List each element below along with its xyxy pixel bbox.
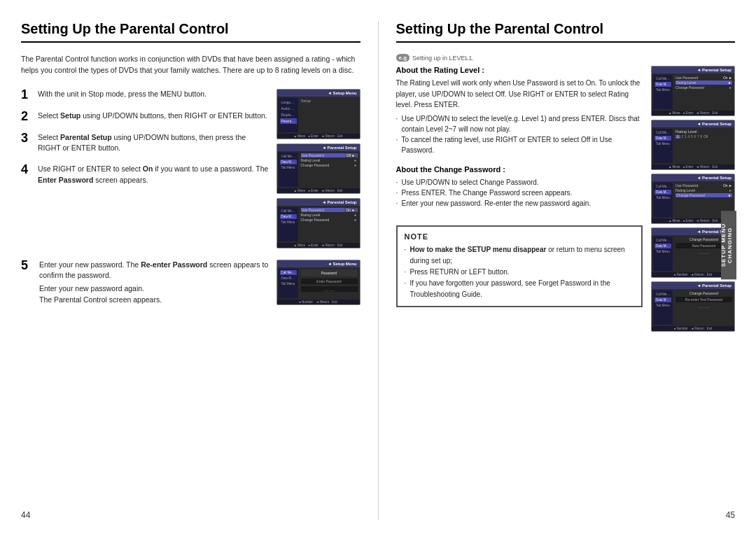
btn-move: ▲ Move — [293, 134, 305, 138]
step-1-number: 1 — [21, 88, 32, 101]
dvd-row3-value-password: On ► — [344, 208, 356, 212]
note-bullets: How to make the SETUP menu disappear or … — [405, 244, 635, 300]
dvd-row-setup: Setup — [301, 99, 358, 103]
dvd-row-changepass: Change Password ► — [301, 163, 358, 167]
dvd-screen-r5-main: Change Password Re-enter Test Password _… — [675, 290, 733, 325]
btn4-number: ● Number — [299, 300, 313, 304]
step-5-line3: The Parental Control screen appears. — [39, 295, 270, 306]
password-body: Use UP/DOWN to select Change Password. P… — [396, 177, 643, 209]
step-5-line2: Enter your new password again. — [39, 283, 270, 295]
step-1-text: With the unit in Stop mode, press the ME… — [38, 89, 270, 100]
dvd-r3-row-password: Use Password On ► — [676, 183, 732, 188]
dvd-row-password-on: Use Password On ► — [301, 208, 358, 212]
intro-text: The Parental Control function works in c… — [21, 54, 360, 76]
step-4-text: Use RIGHT or ENTER to select On if you w… — [38, 164, 270, 186]
rating-bullet-1: Use UP/DOWN to select the level(e.g. Lev… — [396, 113, 643, 134]
step-2: 2 Select Setup using UP/DOWN buttons, th… — [21, 111, 270, 122]
dvd-row3-label-rating: Rating Level — [301, 213, 353, 217]
dvd-screen-r2-main: Rating Level 1 2 3 4 5 6 7 8 Off — [675, 129, 733, 163]
sidebar3-item2: Data Menu — [280, 214, 297, 219]
dvd-screen-r3-header: ◄ Parental Setup — [652, 174, 734, 181]
sidebar-item-display: Display Setup — [280, 112, 297, 118]
dvd-screen-r1-main: Use Password On ► Rating Level ► Change … — [675, 75, 733, 109]
sidebar-item-audio: Audio Setup — [280, 106, 297, 111]
steps-column: 1 With the unit in Stop mode, press the … — [21, 89, 270, 248]
btn3-exit: Exit — [337, 244, 343, 247]
note-title: NOTE — [405, 232, 635, 241]
btn-enter: ● Enter — [308, 134, 318, 138]
dvd-screen-3-body: Call Menu Data Menu Tab Menu Use Passwor… — [277, 206, 360, 243]
dvd-screen-4: ◄ Setup Menu Call Menu Data Menu Tab Men… — [276, 260, 360, 305]
dvd-r1-row-change: Change Password ► — [676, 85, 732, 90]
dvd-screen-2: ◄ Parental Setup Call Menu Data Menu Tab… — [276, 143, 360, 194]
dvd-r3-row-rating: Rating Level ► — [676, 188, 732, 192]
note-body: How to make the SETUP menu disappear or … — [405, 244, 635, 300]
btn2-enter: ● Enter — [308, 189, 318, 192]
right-text-column: About the Rating Level : The Rating Leve… — [396, 66, 643, 503]
dvd-screen-1-footer: ▲ Move ● Enter ◄ Return Exit — [277, 134, 360, 139]
dvd-screen-2-sidebar: Call Menu Data Menu Tab Menu — [279, 153, 298, 187]
rating-bullet-2: To cancel the rating level, use RIGHT or… — [396, 134, 643, 155]
btn3-return: ◄ Return — [321, 244, 335, 247]
step-5-area: 5 Enter your new password. The Re-enter … — [21, 260, 360, 306]
dvd-r3-row-change: Change Password ► — [676, 193, 732, 197]
note-bullet-3: If you have forgotten your password, see… — [405, 278, 635, 300]
btn2-exit: Exit — [337, 189, 343, 192]
right-content: About the Rating Level : The Rating Leve… — [396, 66, 736, 503]
dvd-row-label-password: Use Password — [302, 153, 344, 157]
page-num-right: 45 — [726, 510, 735, 520]
step-4-number: 4 — [21, 163, 32, 176]
side-tab-line2: SETUP MENU — [720, 223, 727, 267]
step-3-text: Select Parental Setup using UP/DOWN butt… — [38, 132, 270, 155]
dvd-screen-1-header: ◄ Setup Menu — [277, 90, 360, 97]
rating-bullets: Use UP/DOWN to select the level(e.g. Lev… — [396, 113, 643, 155]
dvd-dots: _ _ _ _ — [301, 286, 358, 292]
dvd-screen-r1-footer: ▲ Move ● Enter ◄ Return Exit — [652, 111, 734, 115]
right-title: Setting Up the Parental Control — [396, 21, 736, 43]
dvd-r1-row-rating: Rating Level ► — [676, 80, 732, 85]
dvd-screen-3-footer: ▲ Move ● Enter ◄ Return Exit — [277, 243, 360, 248]
dvd-screen-r5: ◄ Parental Setup Call Menu Data Menu Tab… — [651, 281, 735, 332]
sidebar3-item1: Call Menu — [280, 209, 297, 213]
dvd-screen-r5-footer: ● Number ◄ Return Exit — [652, 326, 734, 331]
dvd-screen-2-footer: ▲ Move ● Enter ◄ Return Exit — [277, 188, 360, 193]
dvd-screen-2-body: Call Menu Data Menu Tab Menu Use Passwor… — [277, 151, 360, 188]
step-1: 1 With the unit in Stop mode, press the … — [21, 89, 270, 101]
rating-body-text: The Rating Level will work only when Use… — [396, 78, 643, 111]
btn2-move: ▲ Move — [293, 189, 305, 192]
dvd-screen-r1-header: ◄ Parental Setup — [652, 66, 734, 73]
dvd-screen-4-sidebar: Call Menu Data Menu Tab Menu — [279, 269, 298, 298]
dvd-row-rating: Rating Level ► — [301, 158, 358, 162]
right-page-number: 45 — [396, 503, 736, 520]
dvd-screen-1: ◄ Setup Menu Language Setup Audio Setup … — [276, 89, 360, 139]
sidebar2-item1: Call Menu — [280, 154, 297, 159]
dvd-row-password-off: Use Password Off ► — [301, 153, 358, 157]
rating-body: The Rating Level will work only when Use… — [396, 78, 643, 155]
btn3-move: ▲ Move — [293, 244, 305, 247]
dvd-row3-label-changepass: Change Password — [301, 218, 353, 222]
password-title: About the Change Password : — [396, 165, 643, 174]
dvd-screen-4-footer: ● Number ◄ Return Exit — [277, 300, 360, 304]
btn3-enter: ● Enter — [308, 244, 318, 247]
dvd-r5-change-pw: Change Password — [676, 291, 732, 295]
dvd-r2-levels: 1 2 3 4 5 6 7 8 Off — [676, 135, 732, 139]
sidebarr1-item3: Tab Menu — [654, 87, 671, 92]
dvd-screen-r5-header: ◄ Parental Setup — [652, 282, 734, 289]
dvd-screen-r5-body: Call Menu Data Menu Tab Menu Change Pass… — [652, 289, 734, 326]
left-page-number: 44 — [21, 499, 360, 520]
dvd-screen-r5-sidebar: Call Menu Data Menu Tab Menu — [653, 290, 673, 325]
note-box: NOTE How to make the SETUP menu disappea… — [396, 225, 643, 307]
sidebarr1-item2: Data Menu — [654, 82, 671, 87]
sidebar3-item3: Tab Menu — [280, 220, 297, 225]
eg-label: e.g Setting up in LEVEL1. — [396, 54, 736, 62]
sidebar-item-language: Language Setup — [280, 99, 297, 105]
dvd-screen-r3-sidebar: Call Menu Data Menu Tab Menu — [653, 183, 673, 217]
side-tab-line1: CHANGING — [727, 227, 733, 263]
dvd-screen-r2-header: ◄ Parental Setup — [652, 120, 734, 127]
dvd-password-label: Password — [301, 269, 358, 276]
password-section: About the Change Password : Use UP/DOWN … — [396, 165, 643, 209]
step-3-number: 3 — [21, 132, 32, 144]
note-bullet-2: Press RETURN or LEFT button. — [405, 267, 635, 278]
dvd-screen-r1-sidebar: Call Menu Data Menu Tab Menu — [653, 75, 673, 109]
btn-return: ◄ Return — [321, 134, 335, 138]
